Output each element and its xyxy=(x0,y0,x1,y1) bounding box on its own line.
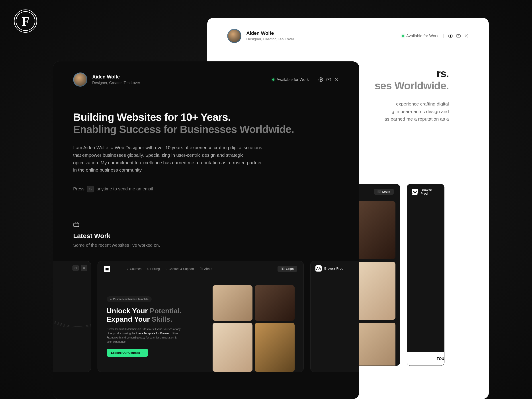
name-block: Aiden Wolfe Designer, Creator, Tea Lover xyxy=(246,30,294,41)
portrait-tile xyxy=(213,323,253,372)
facebook-icon[interactable] xyxy=(318,77,323,82)
nav-courses[interactable]: ▸Courses xyxy=(127,267,141,271)
preview-header: ⋀⋀ Browse Prod xyxy=(407,184,444,199)
availability-text: Available for Work xyxy=(277,77,309,82)
press-pre: Press xyxy=(73,186,84,191)
hero-subtitle: Enabling Success for Businesses Worldwid… xyxy=(73,123,339,135)
portrait-tile xyxy=(355,323,395,366)
preview-cta-button[interactable]: Explore Our Courses → xyxy=(107,349,148,357)
preview-tasks[interactable]: ss... ⚙ ≡ Tasks Task Management xyxy=(53,261,91,372)
availability-badge: Available for Work xyxy=(272,77,314,82)
name-block: Aiden Wolfe Designer, Creator, Tea Lover xyxy=(92,74,140,85)
header-right: Available for Work xyxy=(402,33,469,38)
preview-nav: ▸Courses $Pricing ?Contact & Support ⓘAb… xyxy=(127,267,212,271)
hero-section: Building Websites for 10+ Years. Enablin… xyxy=(53,87,359,192)
press-key[interactable]: S xyxy=(87,186,94,192)
preview-luma[interactable]: ▮▮ ▸Courses $Pricing ?Contact & Support … xyxy=(98,261,304,372)
social-links xyxy=(448,33,469,38)
avatar[interactable] xyxy=(73,72,87,87)
youtube-icon[interactable] xyxy=(456,33,461,38)
preview-logo-icon: ⋀⋀ xyxy=(412,189,418,195)
preview-logo-icon: ⋀⋀ xyxy=(316,265,322,272)
svg-rect-7 xyxy=(74,223,79,227)
menu-icon[interactable]: ≡ xyxy=(81,265,87,271)
portrait-grid xyxy=(213,285,295,372)
preview-h1: Unlock Your Potential. Expand Your Skill… xyxy=(107,307,206,324)
preview-b-body: ◈Course/Membership Template Unlock Your … xyxy=(98,276,304,372)
portrait-tile xyxy=(255,323,295,372)
preview-logo-icon: ▮▮ xyxy=(104,266,110,272)
social-links xyxy=(318,77,339,82)
latest-work-section: Latest Work Some of the recent websites … xyxy=(53,208,359,248)
nav-pricing[interactable]: $Pricing xyxy=(147,267,160,271)
latest-work-title: Latest Work xyxy=(73,232,339,240)
portrait-tile xyxy=(355,262,395,320)
preview-c-label: Browse Prod xyxy=(324,267,343,270)
header-right: Available for Work xyxy=(272,77,339,82)
status-dot-icon xyxy=(272,78,274,81)
nav-about[interactable]: ⓘAbout xyxy=(200,267,212,271)
avatar[interactable] xyxy=(227,29,241,43)
preview-a-tasks: Tasks Task Management xyxy=(53,357,91,372)
availability-badge: Available for Work xyxy=(402,34,443,38)
preview-desc: Create Beautiful Membership Sites to Sel… xyxy=(107,327,182,344)
availability-text: Available for Work xyxy=(406,34,438,38)
hero-title: Building Websites for 10+ Years. xyxy=(73,111,339,123)
youtube-icon[interactable] xyxy=(326,77,331,82)
preview-pill: ◈Course/Membership Template xyxy=(107,296,152,302)
preview-a-toolbar: ss... ⚙ ≡ xyxy=(53,261,91,275)
portrait-tile xyxy=(255,285,295,321)
x-icon[interactable] xyxy=(464,33,469,38)
nav-contact[interactable]: ?Contact & Support xyxy=(165,267,194,271)
gear-icon[interactable]: ⚙ xyxy=(72,265,79,271)
portfolio-card-dark: Aiden Wolfe Designer, Creator, Tea Lover… xyxy=(53,61,359,399)
preview-label: Browse Prod xyxy=(420,188,439,195)
preview-footer-frag: FOU xyxy=(407,352,444,366)
preview-browse[interactable]: ⋀⋀ Browse Prod xyxy=(310,261,359,372)
svg-text:F: F xyxy=(22,15,29,28)
preview-browse-light[interactable]: ⋀⋀ Browse Prod FOU xyxy=(407,184,444,366)
facebook-icon[interactable] xyxy=(448,33,453,38)
preview-b-header: ▮▮ ▸Courses $Pricing ?Contact & Support … xyxy=(98,261,304,276)
task-item[interactable]: Task Management xyxy=(53,368,91,372)
portrait-tile xyxy=(213,285,253,321)
brand-logo: F xyxy=(13,9,38,33)
bio-text: I am Aiden Wolfe, a Web Designer with ov… xyxy=(73,144,264,174)
preview-login-button[interactable]: LLogin xyxy=(278,266,298,272)
briefcase-icon xyxy=(73,222,79,227)
profile-tagline: Designer, Creator, Tea Lover xyxy=(246,37,294,41)
latest-work-subtitle: Some of the recent websites I've worked … xyxy=(73,243,339,248)
profile-name: Aiden Wolfe xyxy=(92,74,140,80)
header: Aiden Wolfe Designer, Creator, Tea Lover… xyxy=(207,18,489,43)
portrait-tile xyxy=(355,201,395,259)
x-icon[interactable] xyxy=(334,77,339,82)
press-post: anytime to send me an email xyxy=(96,186,153,191)
preview-b-left: ◈Course/Membership Template Unlock Your … xyxy=(107,285,206,372)
profile-tagline: Designer, Creator, Tea Lover xyxy=(92,81,140,85)
preview-c-header: ⋀⋀ Browse Prod xyxy=(310,261,359,276)
profile-name: Aiden Wolfe xyxy=(246,30,294,36)
press-hint: Press S anytime to send me an email xyxy=(73,186,339,192)
header: Aiden Wolfe Designer, Creator, Tea Lover… xyxy=(53,61,359,87)
preview-login-button[interactable]: LLogin xyxy=(374,189,394,195)
tasks-title: Tasks xyxy=(53,357,91,361)
previews-row: ss... ⚙ ≡ Tasks Task Management ▮▮ ▸Cour… xyxy=(53,248,359,372)
status-dot-icon xyxy=(402,35,404,37)
